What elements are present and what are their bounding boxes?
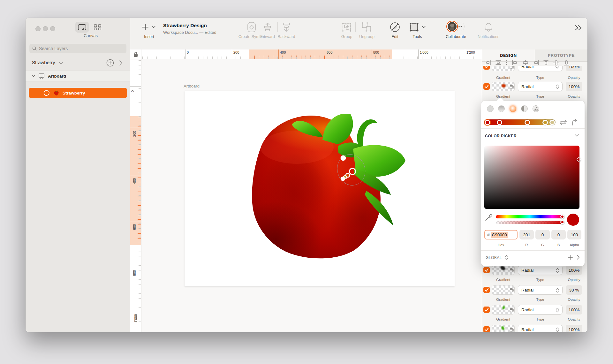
page-chevron-down-icon[interactable] [59, 62, 63, 65]
align-middle-vertical-icon[interactable] [553, 60, 560, 66]
ruler-top[interactable]: 0 200 400 600 800 1'000 1'200 [141, 49, 482, 59]
fill-opacity-field[interactable]: 100% [566, 325, 582, 332]
fill-type-dropdown[interactable]: Radial [518, 82, 563, 91]
fill-style-linear-gradient-button[interactable] [498, 105, 505, 112]
fill-type-dropdown[interactable]: Radial [518, 325, 563, 332]
add-page-button[interactable] [106, 59, 114, 67]
ruler-left[interactable]: 0 200 400 600 800 1'000 [130, 59, 141, 332]
type-label: Type [518, 298, 563, 301]
fill-opacity-field[interactable]: 100% [566, 305, 582, 315]
alpha-input[interactable]: 100 [567, 230, 581, 239]
gradient-end-handle[interactable] [341, 177, 345, 181]
hex-label: Hex [484, 243, 518, 247]
saturation-selector[interactable] [577, 157, 581, 162]
fill-opacity-field[interactable]: 100% [566, 265, 582, 275]
fill-gradient-swatch[interactable] [492, 305, 515, 315]
gradient-stop[interactable] [549, 120, 555, 125]
sidebar-item-strawberry-layer[interactable]: Strawberry [29, 88, 127, 98]
align-bottom-icon[interactable] [564, 60, 569, 66]
artboard-title-label[interactable]: Artboard [184, 84, 200, 88]
fill-type-dropdown[interactable]: Radial [518, 265, 563, 275]
green-input[interactable]: 0 [535, 230, 550, 239]
fill-enabled-checkbox[interactable] [483, 326, 490, 332]
hex-input[interactable]: # C90000 [484, 230, 518, 239]
hue-slider[interactable] [496, 215, 564, 218]
hue-knob[interactable] [560, 215, 564, 219]
fill-gradient-swatch[interactable] [492, 82, 515, 91]
rotate-gradient-icon[interactable] [571, 119, 578, 126]
align-top-icon[interactable] [543, 60, 549, 66]
color-picker-collapse-chevron-icon[interactable] [574, 134, 579, 138]
alpha-slider[interactable] [496, 221, 564, 224]
ruler-left-label: 400 [132, 178, 136, 184]
grid-view-icon[interactable] [93, 24, 102, 31]
fill-opacity-field[interactable]: 38 % [566, 285, 582, 295]
gradient-stop[interactable] [542, 120, 548, 125]
ruler-lock-corner[interactable] [130, 49, 141, 59]
window-minimize-button[interactable] [43, 26, 48, 31]
alpha-knob[interactable] [560, 220, 564, 224]
gradient-color-popover: COLOR PICKER # C90000 201 0 0 100 Hex R … [481, 101, 585, 266]
canvas-area[interactable]: Artboard [141, 59, 482, 332]
layer-name-label: Strawberry [63, 91, 85, 95]
divider [481, 250, 585, 251]
fill-enabled-checkbox[interactable] [483, 66, 490, 70]
align-left-icon[interactable] [512, 60, 518, 65]
strawberry-artwork[interactable] [246, 110, 412, 261]
gradient-stop[interactable] [497, 120, 502, 125]
eyedropper-icon[interactable] [485, 213, 492, 221]
fill-enabled-checkbox[interactable] [483, 307, 490, 313]
artboard-view-icon[interactable] [78, 24, 87, 31]
sidebar-item-artboard[interactable]: Artboard [26, 71, 130, 81]
fill-enabled-checkbox[interactable] [483, 287, 490, 293]
document-title-block[interactable]: Strawberry Design Workspace Docu... — Ed… [163, 23, 216, 35]
align-right-icon[interactable] [533, 60, 539, 65]
search-layers-field[interactable] [29, 44, 126, 53]
fill-gradient-swatch[interactable] [492, 325, 515, 332]
fill-type-dropdown[interactable]: Radial [518, 285, 563, 295]
collaborator-avatar[interactable] [446, 21, 458, 32]
reverse-gradient-icon[interactable] [559, 119, 567, 125]
fill-gradient-swatch[interactable] [492, 66, 515, 71]
fill-gradient-swatch[interactable] [492, 265, 515, 275]
gradient-label: Gradient [492, 298, 515, 301]
fill-style-angular-gradient-button[interactable] [521, 105, 528, 112]
window-close-button[interactable] [35, 26, 41, 31]
page-name[interactable]: Strawberry [32, 60, 55, 65]
saturation-brightness-area[interactable] [484, 146, 579, 209]
gradient-stop[interactable] [525, 120, 530, 125]
red-input[interactable]: 201 [519, 230, 534, 239]
notifications-label: Notifications [473, 34, 504, 39]
align-center-horizontal-icon[interactable] [522, 60, 529, 65]
fill-opacity-field[interactable]: 100% [566, 66, 582, 71]
divider [481, 116, 585, 116]
global-updown-icon[interactable] [505, 254, 509, 260]
gradient-label: Gradient [492, 278, 515, 282]
blue-input[interactable]: 0 [551, 230, 566, 239]
add-global-color-button[interactable] [567, 254, 573, 260]
fill-gradient-swatch[interactable] [492, 285, 515, 295]
search-icon [32, 46, 38, 51]
pages-expand-chevron[interactable] [119, 60, 123, 66]
fill-type-dropdown[interactable]: Radial [518, 66, 563, 71]
distribute-vertically-icon[interactable] [495, 60, 502, 65]
toolbar-overflow-chevrons-icon[interactable] [574, 25, 584, 31]
artboard-collapse-chevron-icon[interactable] [31, 74, 35, 78]
fill-type-dropdown[interactable]: Radial [518, 305, 563, 315]
search-input[interactable] [38, 46, 124, 51]
gradient-ellipse-handle[interactable] [341, 155, 346, 161]
fill-opacity-field[interactable]: 100% [566, 82, 582, 91]
b-label: B [551, 243, 566, 247]
distribute-horizontally-icon[interactable] [484, 60, 491, 65]
global-colors-label: GLOBAL [486, 255, 502, 260]
tidy-icon[interactable] [505, 60, 508, 65]
fill-style-radial-gradient-button[interactable] [510, 105, 516, 112]
window-zoom-button[interactable] [50, 26, 55, 31]
fill-style-image-button[interactable] [533, 105, 539, 112]
opacity-label: Opacity [566, 76, 582, 80]
fill-enabled-checkbox[interactable] [483, 83, 490, 90]
fill-style-flat-button[interactable] [487, 105, 494, 112]
gradient-stop-selected[interactable] [485, 120, 490, 125]
global-expand-chevron[interactable] [576, 255, 580, 260]
fill-enabled-checkbox[interactable] [483, 267, 490, 273]
